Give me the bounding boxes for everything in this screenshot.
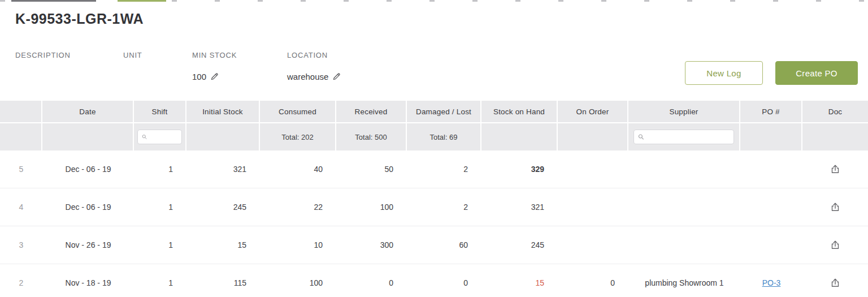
cell-stock-on-hand: 245 <box>481 226 558 264</box>
cell-on-order <box>558 188 628 226</box>
col-header-index <box>0 101 42 122</box>
col-header-damaged-lost[interactable]: Damaged / Lost <box>407 101 481 122</box>
table-row: 4 Dec - 06 - 19 1 245 22 100 2 321 <box>0 188 868 226</box>
cell-po <box>740 226 802 264</box>
field-value <box>15 71 123 81</box>
doc-upload-button[interactable] <box>828 276 843 290</box>
col-header-received[interactable]: Received <box>336 101 407 122</box>
page-title: K-99533-LGR-1WA <box>15 10 868 27</box>
new-log-button[interactable]: New Log <box>685 61 763 85</box>
cell-on-order: 0 <box>558 264 628 297</box>
cell-shift: 1 <box>134 264 186 297</box>
cell-received: 50 <box>336 150 407 188</box>
cell-po <box>740 150 802 188</box>
edit-min-stock-button[interactable] <box>210 72 219 81</box>
col-header-consumed[interactable]: Consumed <box>260 101 336 122</box>
supplier-filter <box>633 130 734 144</box>
cell-initial-stock: 245 <box>186 188 260 226</box>
row-number: 5 <box>0 150 42 188</box>
field-min-stock: MIN STOCK 100 <box>192 51 287 81</box>
cell-consumed: 10 <box>260 226 336 264</box>
pencil-icon <box>210 72 219 81</box>
filter-cell <box>186 122 260 150</box>
col-header-po[interactable]: PO # <box>740 101 802 122</box>
field-label: MIN STOCK <box>192 51 287 59</box>
field-unit: UNIT <box>123 51 192 81</box>
row-number: 3 <box>0 226 42 264</box>
col-header-doc[interactable]: Doc <box>802 101 868 122</box>
filter-cell <box>802 122 868 150</box>
cell-doc <box>802 188 868 226</box>
col-header-initial-stock[interactable]: Initial Stock <box>186 101 260 122</box>
cell-initial-stock: 115 <box>186 264 260 297</box>
shift-filter <box>137 130 182 144</box>
po-link[interactable]: PO-3 <box>762 278 781 287</box>
doc-upload-button[interactable] <box>828 238 843 252</box>
cell-doc <box>802 226 868 264</box>
col-header-on-order[interactable]: On Order <box>558 101 628 122</box>
col-header-date[interactable]: Date <box>42 101 134 122</box>
consumed-total: Total: 202 <box>260 122 336 150</box>
cell-initial-stock: 321 <box>186 150 260 188</box>
inventory-item-log-page: K-99533-LGR-1WA DESCRIPTION UNIT MIN STO… <box>0 0 868 297</box>
filter-cell <box>481 122 558 150</box>
filter-cell-shift <box>134 122 186 150</box>
supplier-filter-input[interactable] <box>647 133 730 141</box>
cell-shift: 1 <box>134 150 186 188</box>
doc-upload-button[interactable] <box>828 200 843 214</box>
filter-cell <box>558 122 628 150</box>
pencil-icon <box>332 72 341 81</box>
cell-supplier <box>628 188 740 226</box>
edit-location-button[interactable] <box>332 72 341 81</box>
cell-shift: 1 <box>134 226 186 264</box>
cell-shift: 1 <box>134 188 186 226</box>
table-row: 2 Nov - 18 - 19 1 115 100 0 0 15 0 plumb… <box>0 264 868 297</box>
create-po-button[interactable]: Create PO <box>775 61 858 85</box>
search-icon <box>142 134 147 140</box>
cell-damaged-lost: 0 <box>407 264 481 297</box>
cell-damaged-lost: 60 <box>407 226 481 264</box>
location-value: warehouse <box>287 72 328 81</box>
cell-initial-stock: 15 <box>186 226 260 264</box>
table-row: 5 Dec - 06 - 19 1 321 40 50 2 329 <box>0 150 868 188</box>
field-label: UNIT <box>123 51 192 59</box>
cell-received: 300 <box>336 226 407 264</box>
col-header-shift[interactable]: Shift <box>134 101 186 122</box>
upload-icon <box>830 240 840 250</box>
damaged-total: Total: 69 <box>407 122 481 150</box>
cell-received: 0 <box>336 264 407 297</box>
cell-doc <box>802 150 868 188</box>
received-total: Total: 500 <box>336 122 407 150</box>
clipped-text-fragment <box>11 0 96 2</box>
cell-supplier <box>628 150 740 188</box>
table-filter-row: Total: 202 Total: 500 Total: 69 <box>0 122 868 150</box>
cell-po: PO-3 <box>740 264 802 297</box>
cell-consumed: 40 <box>260 150 336 188</box>
cell-stock-on-hand: 15 <box>481 264 558 297</box>
filter-cell <box>42 122 134 150</box>
cell-stock-on-hand: 329 <box>481 150 558 188</box>
clipped-link-fragment <box>118 0 166 2</box>
doc-upload-button[interactable] <box>828 162 843 177</box>
col-header-supplier[interactable]: Supplier <box>628 101 740 122</box>
field-location: LOCATION warehouse <box>287 51 411 81</box>
cell-date: Nov - 18 - 19 <box>42 264 134 297</box>
table-header-row: Date Shift Initial Stock Consumed Receiv… <box>0 101 868 122</box>
search-icon <box>638 134 644 140</box>
field-value <box>123 71 192 81</box>
cell-on-order <box>558 226 628 264</box>
cell-date: Dec - 06 - 19 <box>42 150 134 188</box>
cell-on-order <box>558 150 628 188</box>
table-row: 3 Nov - 26 - 19 1 15 10 300 60 245 <box>0 226 868 264</box>
meta-bar: DESCRIPTION UNIT MIN STOCK 100 <box>15 51 868 84</box>
cell-date: Nov - 26 - 19 <box>42 226 134 264</box>
upload-icon <box>830 202 840 212</box>
field-label: DESCRIPTION <box>15 51 123 59</box>
shift-filter-input[interactable] <box>150 133 177 141</box>
col-header-stock-on-hand[interactable]: Stock on Hand <box>481 101 558 122</box>
cell-date: Dec - 06 - 19 <box>42 188 134 226</box>
upload-icon <box>830 164 840 174</box>
cell-supplier <box>628 226 740 264</box>
stock-log-table: Date Shift Initial Stock Consumed Receiv… <box>0 101 868 297</box>
cell-consumed: 100 <box>260 264 336 297</box>
